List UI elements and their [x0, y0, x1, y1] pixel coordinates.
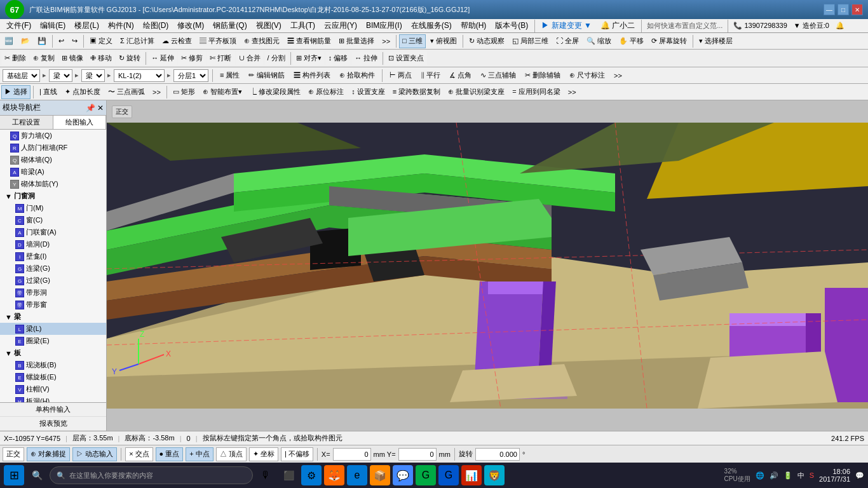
layer-type-select[interactable]: 梁	[49, 69, 72, 82]
menu-cloud[interactable]: 云应用(Y)	[320, 19, 361, 32]
move-button[interactable]: ✙ 移动	[87, 51, 115, 65]
taskbar-app-6[interactable]: G	[438, 465, 459, 485]
tree-item-castslab[interactable]: B 现浇板(B)	[0, 359, 106, 371]
more-draw-button2[interactable]: >>	[565, 85, 580, 99]
comp-list-button[interactable]: ☰ 构件列表	[290, 69, 334, 83]
top-view-button[interactable]: ▾ 俯视图	[427, 34, 460, 48]
menu-help[interactable]: 帮助(H)	[457, 19, 491, 32]
define-button[interactable]: ▣ 定义	[86, 34, 116, 48]
mod-seg-button[interactable]: ⎿ 修改梁段属性	[247, 85, 304, 99]
point-angle-button[interactable]: ∡ 点角	[446, 69, 475, 83]
tree-item-darklbeam[interactable]: A 暗梁(A)	[0, 166, 106, 178]
viewport[interactable]: X Z Y 正交	[107, 100, 868, 431]
offset-button[interactable]: ↕ 偏移	[325, 51, 351, 65]
taskbar-app-8[interactable]: 🦁	[484, 465, 505, 485]
taskbar-app-4[interactable]: 💬	[393, 465, 413, 485]
tree-item-beam[interactable]: L 梁(L)	[0, 323, 106, 335]
tree-group-beam[interactable]: ▼ 梁	[0, 311, 106, 323]
trim-button[interactable]: ✂ 修剪	[178, 51, 206, 65]
align-button[interactable]: ⊞ 对齐▾	[293, 51, 325, 65]
tab-drawing-input[interactable]: 绘图输入	[53, 116, 107, 129]
taskbar-app-3[interactable]: 📦	[370, 465, 390, 485]
menu-assistant[interactable]: 🔔 广小二	[597, 19, 639, 32]
taskbar-app-7[interactable]: 📊	[461, 465, 482, 485]
y-input[interactable]	[398, 448, 437, 461]
pan-button[interactable]: ✋ 平移	[616, 34, 647, 48]
apply-same-button[interactable]: = 应用到同名梁	[509, 85, 563, 99]
rotate-input[interactable]	[475, 448, 520, 461]
open-button[interactable]: 📂	[18, 34, 33, 48]
line-tool-button[interactable]: | 直线	[36, 85, 60, 99]
start-button[interactable]: ⊞	[4, 465, 24, 485]
align-top-button[interactable]: ▤ 平齐板顶	[196, 34, 240, 48]
sum-button[interactable]: Σ 汇总计算	[117, 34, 158, 48]
new-button[interactable]: 🆕	[1, 34, 17, 48]
menu-floor[interactable]: 楼层(L)	[71, 19, 103, 32]
three-arc-button[interactable]: 〜 三点画弧	[105, 85, 148, 99]
taskbar-app-edge[interactable]: e	[347, 465, 367, 485]
mirror-button[interactable]: ⊞ 镜像	[58, 51, 86, 65]
clock-display[interactable]: 18:06 2017/7/31	[819, 468, 850, 483]
tree-group-slab[interactable]: ▼ 板	[0, 347, 106, 359]
grip-button[interactable]: ⊡ 设置夹点	[385, 51, 427, 65]
screen-rotate-button[interactable]: ⟳ 屏幕旋转	[648, 34, 690, 48]
tree-item-door[interactable]: M 门(M)	[0, 202, 106, 214]
save-button[interactable]: 💾	[34, 34, 50, 48]
tree-item-niche[interactable]: I 壁龛(I)	[0, 250, 106, 262]
edit-rebar-button[interactable]: ✏ 编辑钢筋	[245, 69, 287, 83]
parallel-button[interactable]: ∥ 平行	[417, 69, 444, 83]
coord-snap-button[interactable]: ✦ 坐标	[249, 447, 278, 461]
point-length-button[interactable]: ✦ 点加长度	[62, 85, 104, 99]
tree-item-colcap[interactable]: V 柱帽(V)	[0, 383, 106, 395]
tree-item-masonry-rebar[interactable]: Y 砌体加筋(Y)	[0, 178, 106, 190]
tree-item-window[interactable]: C 窗(C)	[0, 214, 106, 226]
no-offset-button[interactable]: | 不偏移	[281, 447, 313, 461]
tree-item-slabhole[interactable]: H 板洞(H)	[0, 395, 106, 402]
find-element-button[interactable]: ⊕ 查找图元	[241, 34, 283, 48]
volume-icon[interactable]: 🔊	[770, 471, 778, 480]
component-select[interactable]: 梁	[81, 69, 105, 82]
break-button[interactable]: ✄ 打断	[207, 51, 234, 65]
delete-button[interactable]: ✂ 删除	[1, 51, 29, 65]
menu-file[interactable]: 文件(F)	[3, 19, 35, 32]
menu-bim[interactable]: BIM应用(I)	[362, 19, 406, 32]
single-comp-button[interactable]: 单构件输入	[0, 403, 106, 417]
menu-new-change[interactable]: ▶ 新建变更 ▼	[538, 19, 595, 32]
x-input[interactable]	[333, 448, 371, 461]
close-button[interactable]: ✕	[851, 4, 863, 15]
copy-span-button[interactable]: ≡ 梁跨数据复制	[390, 85, 444, 99]
merge-button[interactable]: ∪ 合并	[236, 51, 264, 65]
task-view-button[interactable]: ⬛	[278, 465, 299, 485]
redo-button[interactable]: ↪	[69, 34, 81, 48]
taskbar-app-5[interactable]: G	[416, 465, 436, 485]
copy-button[interactable]: ⊕ 复制	[30, 51, 58, 65]
tree-group-doors[interactable]: ▼ 门窗洞	[0, 190, 106, 202]
local-3d-button[interactable]: ◱ 局部三维	[509, 34, 552, 48]
tree-item-spiralslab[interactable]: E 螺旋板(E)	[0, 371, 106, 383]
property-button[interactable]: ≡ 属性	[217, 69, 243, 83]
tree-item-wallhole[interactable]: D 墙洞(D)	[0, 238, 106, 250]
dynamic-input-button[interactable]: ▷ 动态输入	[72, 447, 117, 461]
search-button[interactable]: 🔍	[27, 465, 47, 485]
tree-item-lintel[interactable]: G 连梁(G)	[0, 262, 106, 274]
menu-tools[interactable]: 工具(T)	[287, 19, 319, 32]
intersect-snap-button[interactable]: × 交点	[125, 447, 153, 461]
vertex-snap-button[interactable]: △ 顶点	[216, 447, 247, 461]
menu-modify[interactable]: 修改(M)	[173, 19, 208, 32]
stretch-button[interactable]: ↔ 拉伸	[351, 51, 381, 65]
tab-project-settings[interactable]: 工程设置	[0, 116, 53, 129]
tree-item-striphole[interactable]: 带 带形洞	[0, 287, 106, 299]
pick-comp-button[interactable]: ⊕ 拾取构件	[336, 69, 378, 83]
smart-place-button[interactable]: ⊕ 智能布置▾	[200, 85, 245, 99]
tree-item-rfwall[interactable]: R 人防门框墙(RF	[0, 142, 106, 154]
menu-version[interactable]: 版本号(B)	[491, 19, 532, 32]
select-tool-button[interactable]: ▶ 选择	[1, 85, 31, 99]
more-button1[interactable]: >>	[379, 34, 393, 48]
cortana-button[interactable]: 🎙	[255, 465, 276, 485]
cloud-check-button[interactable]: ☁ 云检查	[159, 34, 195, 48]
maximize-button[interactable]: □	[837, 4, 849, 15]
comp-id-select[interactable]: KL-1(2)	[114, 69, 165, 82]
tree-item-ringbeam[interactable]: E 圈梁(E)	[0, 335, 106, 347]
batch-select-button[interactable]: ⊞ 批量选择	[336, 34, 377, 48]
orig-mark-button[interactable]: ⊕ 原位标注	[305, 85, 347, 99]
